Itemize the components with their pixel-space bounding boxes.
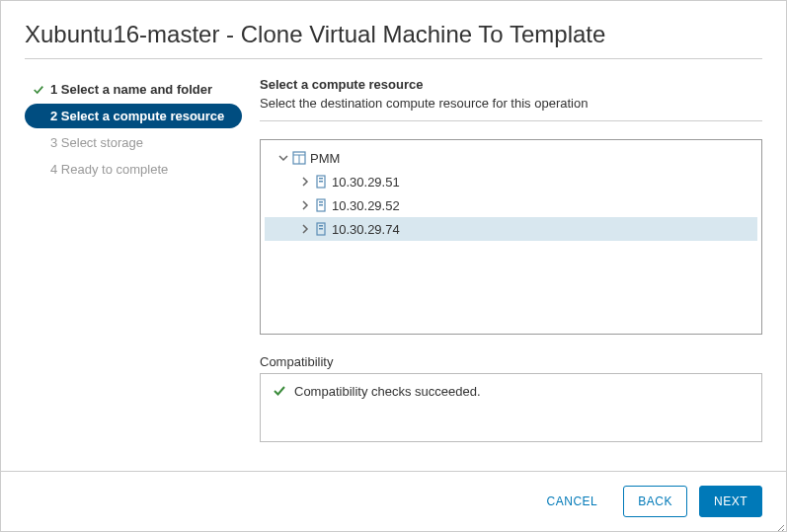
svg-line-12: [776, 525, 784, 532]
wizard-step-4: 4 Ready to complete: [25, 157, 242, 182]
host-icon: [314, 198, 328, 212]
svg-rect-10: [319, 225, 323, 227]
section-description: Select the destination compute resource …: [260, 96, 762, 121]
wizard-steps-sidebar: 1 Select a name and folder 2 Select a co…: [25, 77, 242, 442]
main-panel: Select a compute resource Select the des…: [260, 77, 762, 442]
tree-node-datacenter[interactable]: PMM: [265, 146, 757, 170]
check-icon: [33, 84, 44, 96]
compute-resource-tree[interactable]: PMM 10.30.29.51: [260, 139, 762, 335]
host-icon: [314, 175, 328, 189]
wizard-step-label: 1 Select a name and folder: [50, 82, 212, 97]
wizard-step-3: 3 Select storage: [25, 130, 242, 155]
svg-rect-7: [319, 201, 323, 203]
wizard-step-1[interactable]: 1 Select a name and folder: [25, 77, 242, 102]
wizard-step-label: 4 Ready to complete: [50, 162, 168, 177]
tree-node-label: 10.30.29.51: [332, 175, 400, 190]
svg-rect-8: [319, 204, 323, 206]
spacer-icon: [33, 111, 44, 122]
compatibility-label: Compatibility: [260, 354, 762, 369]
spacer-icon: [33, 164, 44, 176]
dialog-title: Xubuntu16-master - Clone Virtual Machine…: [25, 21, 762, 59]
tree-node-label: 10.30.29.52: [332, 198, 400, 213]
cancel-button[interactable]: CANCEL: [533, 486, 612, 517]
back-button[interactable]: BACK: [623, 486, 687, 517]
datacenter-icon: [292, 151, 306, 165]
tree-node-host[interactable]: 10.30.29.74: [265, 217, 757, 241]
chevron-right-icon[interactable]: [300, 177, 310, 187]
check-icon: [273, 384, 286, 401]
wizard-step-2[interactable]: 2 Select a compute resource: [25, 104, 242, 128]
host-icon: [314, 222, 328, 236]
chevron-down-icon[interactable]: [278, 153, 288, 163]
tree-node-host[interactable]: 10.30.29.52: [265, 193, 757, 217]
tree-node-host[interactable]: 10.30.29.51: [265, 170, 757, 193]
spacer-icon: [33, 137, 44, 149]
dialog-footer: CANCEL BACK NEXT: [1, 471, 786, 531]
wizard-step-label: 2 Select a compute resource: [50, 109, 224, 123]
svg-rect-11: [319, 228, 323, 230]
resize-handle-icon[interactable]: [774, 519, 784, 529]
clone-wizard-dialog: Xubuntu16-master - Clone Virtual Machine…: [1, 1, 786, 458]
compatibility-message: Compatibility checks succeeded.: [294, 384, 481, 399]
chevron-right-icon[interactable]: [300, 200, 310, 210]
tree-node-label: 10.30.29.74: [332, 222, 400, 237]
section-title: Select a compute resource: [260, 77, 762, 92]
svg-rect-4: [319, 178, 323, 180]
chevron-right-icon[interactable]: [300, 224, 310, 234]
compatibility-box: Compatibility checks succeeded.: [260, 373, 762, 442]
svg-rect-5: [319, 181, 323, 183]
dialog-body: 1 Select a name and folder 2 Select a co…: [25, 77, 762, 442]
tree-node-label: PMM: [310, 151, 340, 166]
wizard-step-label: 3 Select storage: [50, 135, 143, 150]
next-button[interactable]: NEXT: [699, 486, 762, 517]
